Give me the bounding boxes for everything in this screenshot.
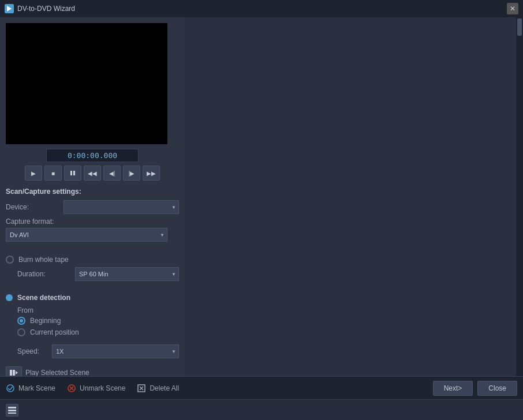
mark-scene-label: Mark Scene bbox=[18, 384, 55, 392]
duration-row: Duration: SP 60 Min bbox=[17, 267, 179, 281]
capture-format-label: Capture format: bbox=[6, 217, 179, 226]
close-button[interactable]: Close bbox=[477, 381, 517, 396]
rewind-button[interactable]: ◀◀ bbox=[84, 166, 101, 181]
device-label: Device: bbox=[6, 203, 63, 211]
speed-label: Speed: bbox=[17, 347, 52, 355]
transport-controls: ▶ ■ ◀◀ ◀| |▶ ▶▶ bbox=[6, 166, 179, 181]
bottom-action-bar: Mark Scene Unmark Scene bbox=[0, 376, 523, 399]
play-selected-scene-icon bbox=[6, 366, 22, 376]
from-section: From Beginning Current position bbox=[17, 306, 179, 340]
main-content: 0:00:00.000 ▶ ■ ◀◀ ◀| |▶ ▶▶ Scan/Capture… bbox=[0, 17, 523, 376]
pause-button[interactable] bbox=[64, 166, 81, 181]
speed-select-wrapper: 1X bbox=[52, 344, 179, 358]
duration-label: Duration: bbox=[17, 270, 75, 278]
footer-bar bbox=[0, 399, 523, 420]
svg-rect-2 bbox=[73, 171, 75, 175]
current-position-radio[interactable] bbox=[17, 328, 25, 336]
delete-all-icon bbox=[137, 384, 146, 393]
bottom-actions-group: Mark Scene Unmark Scene bbox=[6, 384, 433, 393]
svg-rect-3 bbox=[10, 370, 12, 376]
scene-detection-header: Scene detection bbox=[6, 294, 179, 302]
fast-forward-button[interactable]: ▶▶ bbox=[143, 166, 160, 181]
svg-rect-4 bbox=[13, 370, 15, 376]
device-row: Device: bbox=[6, 200, 179, 214]
speed-row: Speed: 1X bbox=[17, 344, 179, 358]
step-back-button[interactable]: ◀| bbox=[103, 166, 121, 181]
burn-tape-label: Burn whole tape bbox=[18, 256, 69, 264]
left-panel: 0:00:00.000 ▶ ■ ◀◀ ◀| |▶ ▶▶ Scan/Capture… bbox=[0, 17, 185, 376]
svg-rect-17 bbox=[8, 412, 16, 414]
current-position-label: Current position bbox=[30, 328, 79, 336]
beginning-row: Beginning bbox=[17, 317, 179, 325]
app-icon bbox=[5, 4, 14, 13]
play-selected-scene-label: Play Selected Scene bbox=[25, 369, 89, 376]
delete-all-label: Delete All bbox=[150, 384, 179, 392]
burn-tape-row: Burn whole tape bbox=[6, 256, 179, 264]
svg-rect-1 bbox=[70, 171, 72, 175]
unmark-scene-item[interactable]: Unmark Scene bbox=[67, 384, 125, 393]
step-forward-button[interactable]: |▶ bbox=[123, 166, 140, 181]
footer-icon[interactable] bbox=[6, 404, 18, 417]
scene-detection-label: Scene detection bbox=[17, 294, 70, 302]
svg-marker-0 bbox=[7, 6, 12, 12]
scene-detection-indicator bbox=[6, 294, 13, 301]
beginning-radio[interactable] bbox=[17, 317, 25, 325]
speed-select[interactable]: 1X bbox=[52, 344, 179, 358]
right-panel bbox=[185, 17, 523, 376]
svg-rect-15 bbox=[8, 407, 16, 408]
mark-scene-item[interactable]: Mark Scene bbox=[6, 384, 55, 393]
capture-format-select[interactable]: Dv AVI bbox=[6, 228, 167, 242]
video-preview bbox=[6, 23, 167, 144]
scrollbar[interactable] bbox=[516, 17, 523, 376]
scrollbar-thumb bbox=[517, 18, 522, 36]
beginning-label: Beginning bbox=[30, 317, 61, 325]
main-window: DV-to-DVD Wizard ✕ 0:00:00.000 ▶ ■ ◀◀ ◀|… bbox=[0, 0, 523, 420]
svg-marker-5 bbox=[16, 371, 18, 374]
device-select-wrapper bbox=[63, 200, 179, 214]
titlebar: DV-to-DVD Wizard ✕ bbox=[0, 0, 523, 17]
duration-select[interactable]: SP 60 Min bbox=[75, 267, 179, 281]
burn-tape-radio[interactable] bbox=[6, 256, 14, 264]
svg-point-8 bbox=[7, 385, 14, 392]
device-select[interactable] bbox=[63, 200, 179, 214]
current-position-row: Current position bbox=[17, 328, 179, 336]
window-title: DV-to-DVD Wizard bbox=[17, 5, 507, 13]
play-button[interactable]: ▶ bbox=[25, 166, 42, 181]
timecode-display: 0:00:00.000 bbox=[46, 149, 139, 162]
next-button[interactable]: Next> bbox=[433, 381, 473, 396]
duration-select-wrapper: SP 60 Min bbox=[75, 267, 179, 281]
stop-button[interactable]: ■ bbox=[44, 166, 62, 181]
navigation-buttons: Next> Close bbox=[433, 381, 517, 396]
unmark-scene-icon bbox=[67, 384, 76, 393]
from-label: From bbox=[17, 306, 179, 314]
close-window-button[interactable]: ✕ bbox=[507, 3, 518, 14]
delete-all-item[interactable]: Delete All bbox=[137, 384, 179, 393]
scan-settings-label: Scan/Capture settings: bbox=[6, 187, 179, 196]
unmark-scene-label: Unmark Scene bbox=[80, 384, 125, 392]
capture-format-select-wrapper: Dv AVI bbox=[6, 228, 167, 242]
svg-rect-16 bbox=[8, 410, 16, 411]
play-selected-scene-button[interactable]: Play Selected Scene bbox=[6, 364, 179, 376]
mark-scene-icon bbox=[6, 384, 15, 393]
